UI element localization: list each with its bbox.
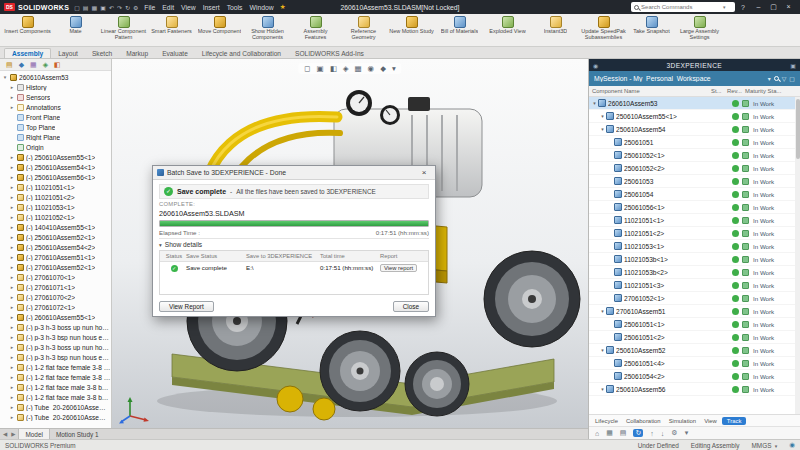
expander-icon[interactable]: ▸ — [9, 194, 15, 200]
expander-icon[interactable]: ▸ — [9, 334, 15, 340]
command-search[interactable]: ▾ — [631, 2, 735, 12]
tree-item[interactable]: ▸(-) 250610Assem55<1> — [0, 152, 111, 162]
component-row[interactable]: 11021051<2>In Work — [589, 227, 800, 240]
expander-icon[interactable]: ▸ — [9, 374, 15, 380]
expander-icon[interactable]: ▸ — [9, 294, 15, 300]
grid-view-icon[interactable]: ▦ — [606, 429, 613, 437]
ribbon-button-assembly-features[interactable]: Assembly Features — [292, 15, 339, 46]
expander-icon[interactable]: ▸ — [9, 184, 15, 190]
panel-tab-lifecycle[interactable]: Lifecycle — [592, 418, 621, 424]
tab-markup[interactable]: Markup — [119, 49, 155, 58]
display-style-icon[interactable]: ▦ — [355, 64, 362, 73]
redo-icon[interactable]: ↷ — [117, 4, 122, 11]
component-row[interactable]: 25061054In Work — [589, 188, 800, 201]
close-button[interactable]: × — [781, 0, 796, 14]
view-report-link[interactable]: View report — [380, 264, 417, 272]
expander-icon[interactable]: ▾ — [599, 347, 606, 353]
tree-item[interactable]: Right Plane — [0, 132, 111, 142]
menu-insert[interactable]: Insert — [200, 4, 223, 11]
new-file-icon[interactable]: ▢ — [74, 4, 80, 11]
maximize-button[interactable]: ▢ — [766, 0, 781, 14]
expander-icon[interactable]: ▾ — [591, 100, 598, 106]
expander-icon[interactable]: ▾ — [599, 113, 606, 119]
component-row[interactable]: 25061051<2>In Work — [589, 331, 800, 344]
panel-search-icon[interactable] — [774, 76, 779, 81]
expander-icon[interactable]: ▸ — [9, 354, 15, 360]
dimxpertmanager-tab-icon[interactable]: ◈ — [43, 61, 48, 69]
expander-icon[interactable]: ▸ — [9, 174, 15, 180]
panel-tab-collaboration[interactable]: Collaboration — [623, 418, 664, 424]
expander-icon[interactable]: ▸ — [9, 164, 15, 170]
menu-edit[interactable]: Edit — [159, 4, 177, 11]
ribbon-button-insert-components[interactable]: Insert Components — [4, 15, 51, 46]
expander-icon[interactable]: ▸ — [9, 274, 15, 280]
tree-item[interactable]: ▸(-) 1-2 flat face female 3-8 bsp f<2> — [0, 372, 111, 382]
tree-item[interactable]: ▸(-) p-3 h-3 boss up nun hous end<2> — [0, 342, 111, 352]
tree-item[interactable]: ▸History — [0, 82, 111, 92]
expander-icon[interactable]: ▸ — [9, 404, 15, 410]
tab-model[interactable]: Model — [18, 429, 49, 439]
home-icon[interactable]: ⌂ — [595, 430, 599, 437]
tab-evaluate[interactable]: Evaluate — [155, 49, 195, 58]
options-gear-icon[interactable]: ⚙ — [133, 4, 138, 11]
displaymanager-tab-icon[interactable]: ◧ — [54, 61, 61, 69]
search-input[interactable] — [641, 4, 721, 10]
tag-icon[interactable]: ▢ — [789, 75, 795, 82]
ribbon-button-new-motion-study[interactable]: New Motion Study — [388, 15, 435, 46]
ribbon-button-bill-of-materials[interactable]: Bill of Materials — [436, 15, 483, 46]
component-row[interactable]: ▾250610Assem56In Work — [589, 383, 800, 396]
tab-layout[interactable]: Layout — [51, 49, 85, 58]
tree-item[interactable]: ▸(-) 27061072<1> — [0, 302, 111, 312]
expander-icon[interactable]: ▸ — [9, 284, 15, 290]
expander-icon[interactable]: ▾ — [599, 126, 606, 132]
tree-item[interactable]: ▸(-) p-3 h-3 boss up nun hous end<1> — [0, 322, 111, 332]
expander-icon[interactable]: ▸ — [9, 224, 15, 230]
ribbon-button-exploded-view[interactable]: Exploded View — [484, 15, 531, 46]
expander-icon[interactable]: ▸ — [9, 384, 15, 390]
column-header-st[interactable]: St... — [711, 88, 727, 94]
column-header-maturity-sta[interactable]: Maturity Sta... — [745, 88, 797, 94]
tree-item[interactable]: ▸(-) 270610Assem52<1> — [0, 262, 111, 272]
expander-icon[interactable]: ▸ — [9, 314, 15, 320]
featuremanager-tab-icon[interactable]: ▤ — [6, 61, 13, 69]
zoom-fit-icon[interactable]: ◻ — [304, 64, 310, 73]
save-icon[interactable]: ▦ — [92, 4, 98, 11]
expander-icon[interactable]: ▸ — [9, 254, 15, 260]
3dexperience-status-icon[interactable]: ◉ — [789, 441, 795, 449]
component-row[interactable]: 11021051<3>In Work — [589, 279, 800, 292]
component-row[interactable]: 25061052<2>In Work — [589, 162, 800, 175]
tree-item[interactable]: ▸(-) 250610Assem54<2> — [0, 242, 111, 252]
expander-icon[interactable]: ▾ — [599, 386, 606, 392]
component-row[interactable]: ▾250610Assem55<1>In Work — [589, 110, 800, 123]
column-header-component-name[interactable]: Component Name — [592, 88, 711, 94]
tree-item[interactable]: ▸Sensors — [0, 92, 111, 102]
tree-item[interactable]: ▸(-) p-3 h-3 bsp nun hous end<2> — [0, 352, 111, 362]
section-view-icon[interactable]: ◧ — [330, 64, 337, 73]
dialog-close-icon[interactable]: × — [417, 168, 431, 177]
sync-icon[interactable]: ↻ — [633, 429, 643, 437]
tree-item[interactable]: ▸(-) 11021053<1> — [0, 202, 111, 212]
tree-item[interactable]: ▸(-) 11021052<1> — [0, 212, 111, 222]
tree-item[interactable]: ▸(-) 11021051<1> — [0, 182, 111, 192]
column-header-rev[interactable]: Rev... — [727, 88, 745, 94]
tree-item[interactable]: ▸(-) 250610Assem52<1> — [0, 232, 111, 242]
expander-icon[interactable]: ▸ — [9, 204, 15, 210]
menu-tools[interactable]: Tools — [224, 4, 246, 11]
hide-show-items-icon[interactable]: ◉ — [368, 64, 375, 73]
table-row[interactable]: ✓ Save complete E:\ 0:17:51 (hh:mm:ss) V… — [160, 262, 428, 273]
tree-item[interactable]: ▸(-) 1-2 flat face male 3-8 bsp f<2> — [0, 392, 111, 402]
ribbon-button-smart-fasteners[interactable]: Smart Fasteners — [148, 15, 195, 46]
ribbon-button-show-hidden-components[interactable]: Show Hidden Components — [244, 15, 291, 46]
expander-icon[interactable]: ▸ — [9, 344, 15, 350]
list-view-icon[interactable]: ▤ — [620, 429, 627, 437]
mysession-bar[interactable]: MySession - My_Personal_Workspace ▾ ▽▢ — [589, 71, 800, 86]
undo-icon[interactable]: ↶ — [109, 4, 114, 11]
upload-icon[interactable]: ↑ — [650, 430, 654, 437]
tab-scroll-left-icon[interactable]: ◀ — [2, 431, 8, 437]
undock-panel-icon[interactable]: ▣ — [790, 62, 796, 69]
tab-lifecycle-and-collaboration[interactable]: Lifecycle and Collaboration — [195, 49, 288, 58]
favorites-star-icon[interactable]: ★ — [280, 3, 286, 11]
units-caret-icon[interactable]: ▾ — [773, 443, 777, 449]
settings-icon[interactable]: ⚙ — [671, 429, 677, 437]
panel-tab-track[interactable]: Track — [722, 417, 747, 425]
